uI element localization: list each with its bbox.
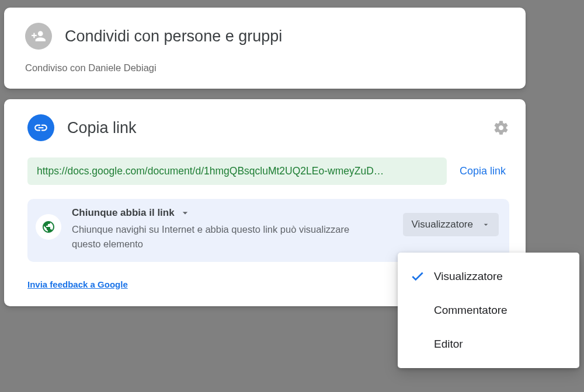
link-title: Copia link [67,119,137,137]
link-icon [27,114,54,141]
share-url[interactable]: https://docs.google.com/document/d/1hmgQ… [27,158,447,185]
share-header: Condividi con persone e gruppi [25,23,509,50]
access-scope-dropdown[interactable]: Chiunque abbia il link [72,207,392,219]
shared-with-text: Condiviso con Daniele Debiagi [25,62,509,74]
role-option-commenter[interactable]: Commentatore [398,293,579,327]
globe-icon [36,214,61,240]
chevron-down-icon [179,207,191,219]
role-dropdown-menu: Visualizzatore Commentatore Editor [398,253,579,368]
share-title: Condividi con persone e gruppi [65,27,282,46]
access-description: Chiunque navighi su Internet e abbia que… [72,222,352,251]
link-header-left: Copia link [27,114,137,141]
person-add-icon [25,23,52,50]
access-scope-label: Chiunque abbia il link [72,207,175,219]
gear-icon[interactable] [493,120,509,136]
link-row: https://docs.google.com/document/d/1hmgQ… [27,158,509,185]
link-header: Copia link [27,114,509,141]
role-option-label: Commentatore [434,304,507,317]
role-dropdown-button[interactable]: Visualizzatore [403,213,499,236]
feedback-link[interactable]: Invia feedback a Google [27,279,128,289]
role-option-editor[interactable]: Editor [398,327,579,361]
check-icon [409,270,426,284]
role-option-label: Visualizzatore [434,270,503,283]
copy-link-button[interactable]: Copia link [460,165,509,177]
role-option-label: Editor [434,338,463,351]
share-people-card: Condividi con persone e gruppi Condiviso… [4,8,526,89]
access-text: Chiunque abbia il link Chiunque navighi … [72,207,392,251]
check-placeholder [409,337,426,351]
role-option-viewer[interactable]: Visualizzatore [398,260,579,293]
check-placeholder [409,303,426,317]
chevron-down-icon [481,220,491,229]
current-role-label: Visualizzatore [411,219,473,230]
